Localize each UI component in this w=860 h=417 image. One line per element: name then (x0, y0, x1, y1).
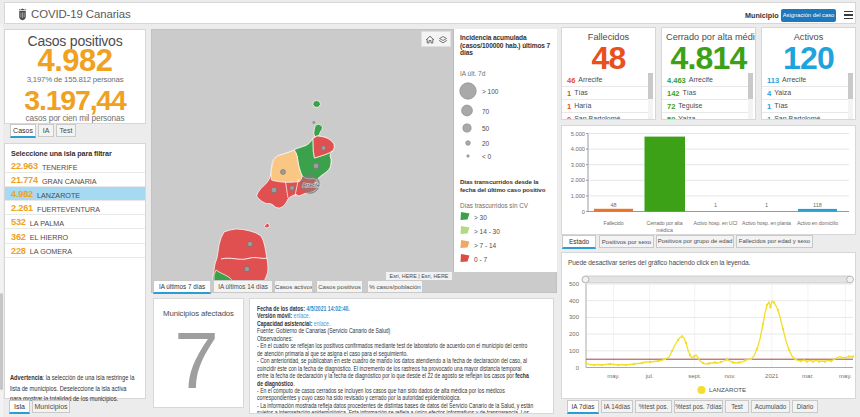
svg-text:may.: may. (607, 373, 620, 379)
svg-text:1: 1 (714, 202, 717, 208)
svg-text:5.000: 5.000 (571, 131, 585, 137)
svg-text:médica: médica (656, 227, 673, 233)
svg-text:jul.: jul. (645, 373, 654, 379)
svg-text:may.: may. (839, 373, 852, 379)
svg-text:1: 1 (765, 202, 768, 208)
svg-text:Activo hosp. en planta: Activo hosp. en planta (742, 220, 791, 226)
svg-text:mar.: mar. (802, 373, 814, 379)
svg-text:118: 118 (813, 202, 822, 208)
svg-text:2.000: 2.000 (571, 177, 585, 183)
svg-text:Cerrado por alta: Cerrado por alta (647, 220, 683, 226)
svg-text:0: 0 (576, 365, 580, 371)
svg-text:3.000: 3.000 (571, 162, 585, 168)
svg-text:200: 200 (569, 331, 580, 337)
svg-text:2021: 2021 (765, 373, 779, 379)
svg-text:500: 500 (569, 281, 580, 287)
svg-text:300: 300 (569, 314, 580, 320)
svg-text:Activo en domicilio: Activo en domicilio (797, 220, 838, 226)
svg-text:LANZAROTE: LANZAROTE (709, 386, 746, 393)
svg-text:Arrecife: Arrecife (303, 182, 320, 188)
svg-text:400: 400 (569, 298, 580, 304)
svg-text:Activo hosp. en UCI: Activo hosp. en UCI (694, 220, 738, 226)
svg-text:sept.: sept. (688, 373, 701, 379)
svg-text:100: 100 (569, 348, 580, 354)
svg-text:1.000: 1.000 (571, 193, 585, 199)
svg-text:nov.: nov. (725, 373, 736, 379)
svg-text:48: 48 (610, 202, 616, 208)
svg-text:4.000: 4.000 (571, 146, 585, 152)
svg-text:0: 0 (582, 209, 585, 215)
svg-text:Fallecido: Fallecido (604, 220, 624, 226)
